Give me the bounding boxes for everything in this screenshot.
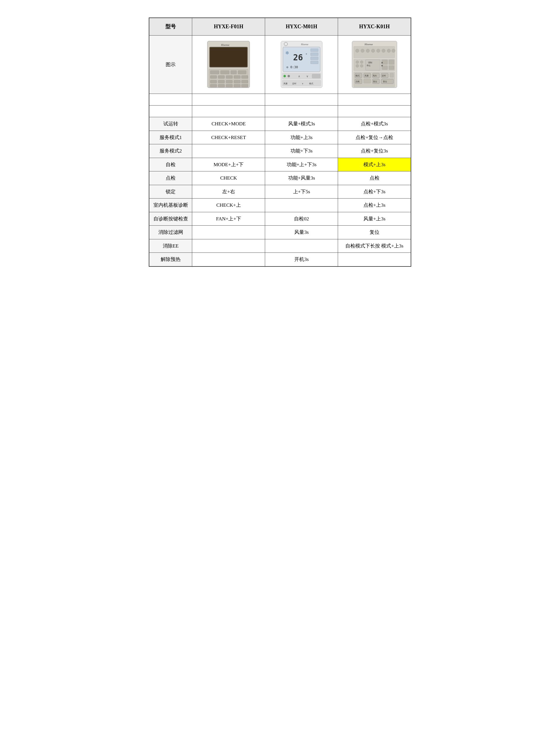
svg-point-62 <box>360 64 363 67</box>
svg-rect-86 <box>364 79 371 83</box>
cell-m01h: 上+下5s <box>265 185 338 199</box>
svg-point-55 <box>382 49 385 53</box>
row-label: 室内机基板诊断 <box>149 199 192 212</box>
svg-point-37 <box>283 75 286 77</box>
svg-rect-11 <box>226 76 232 78</box>
svg-point-53 <box>371 49 375 53</box>
svg-rect-16 <box>226 80 232 83</box>
empty-cell-1 <box>192 106 265 117</box>
cell-f01h <box>192 226 265 239</box>
svg-point-57 <box>392 49 395 53</box>
cell-m01h <box>265 239 338 253</box>
svg-text:▼: ▼ <box>381 64 384 67</box>
table-row: 服务模式2功能+下3s点检+复位3s <box>149 144 411 158</box>
cell-f01h: CHECK <box>192 171 265 185</box>
svg-point-61 <box>356 64 359 67</box>
cell-m01h: 风量3s <box>265 226 338 239</box>
cell-f01h: CHECK+RESET <box>192 131 265 144</box>
row-label: 消除过滤网 <box>149 226 192 239</box>
empty-cell-0 <box>149 106 192 117</box>
svg-rect-6 <box>221 71 229 74</box>
svg-rect-33 <box>311 53 318 56</box>
cell-k01h <box>338 253 411 267</box>
svg-point-52 <box>366 49 370 53</box>
cell-m01h: 自检02 <box>265 212 338 226</box>
svg-rect-81 <box>390 73 393 77</box>
header-model: 型号 <box>149 18 192 36</box>
cell-m01h: 风量+模式3s <box>265 117 338 131</box>
row-label: 消除EE <box>149 239 192 253</box>
cell-k01h: 点检+模式3s <box>338 117 411 131</box>
svg-rect-32 <box>311 49 318 52</box>
svg-rect-34 <box>311 57 318 60</box>
table-row: 消除EE自检模式下长按 模式+上3s <box>149 239 411 253</box>
empty-cell-3 <box>338 106 411 117</box>
table-row: 锁定左+右上+下5s点检+下3s <box>149 185 411 199</box>
row-label: 点检 <box>149 171 192 185</box>
device-image-m01h: Hisense ❄ 26 ° ⊙ 0:30 <box>280 41 323 89</box>
header-row: 型号 HYXE-F01H HYXC-M01H HYXC-K01H <box>149 18 411 36</box>
sep-col1 <box>149 94 192 106</box>
cell-f01h: FAN+上+下 <box>192 212 265 226</box>
image-cell-m01h: Hisense ❄ 26 ° ⊙ 0:30 <box>265 36 338 94</box>
svg-rect-22 <box>234 84 240 87</box>
svg-point-50 <box>356 49 359 53</box>
svg-rect-10 <box>218 76 225 78</box>
svg-point-60 <box>360 61 363 64</box>
table-row <box>149 106 411 117</box>
svg-text:定时: 定时 <box>292 83 296 85</box>
svg-text:∨: ∨ <box>302 83 303 85</box>
cell-f01h: CHECK+上 <box>192 199 265 212</box>
image-cell-f01h: Hisense <box>192 36 265 94</box>
image-row-label: 图示 <box>149 36 192 94</box>
svg-text:Hisense: Hisense <box>301 43 309 46</box>
row-label: 解除预热 <box>149 253 192 267</box>
cell-k01h: 自检模式下长按 模式+上3s <box>338 239 411 253</box>
svg-rect-35 <box>311 61 318 64</box>
comparison-table: 型号 HYXE-F01H HYXC-M01H HYXC-K01H 图示 <box>149 17 411 267</box>
header-k01h: HYXC-K01H <box>338 18 411 36</box>
svg-text:风量: 风量 <box>283 83 288 85</box>
svg-rect-21 <box>226 84 232 87</box>
svg-rect-42 <box>282 80 321 86</box>
empty-cell-2 <box>265 106 338 117</box>
cell-m01h: 功能+上3s <box>265 131 338 144</box>
svg-text:°: ° <box>306 53 307 57</box>
device-container-f01h: Hisense <box>195 40 262 90</box>
device-image-k01h: Hisense <box>351 41 398 89</box>
svg-text:❄: ❄ <box>285 50 289 55</box>
device-container-m01h: Hisense ❄ 26 ° ⊙ 0:30 <box>268 40 335 90</box>
svg-text:Hisense: Hisense <box>221 43 230 46</box>
svg-rect-23 <box>241 84 248 87</box>
svg-rect-13 <box>241 76 248 78</box>
svg-rect-41 <box>312 74 320 78</box>
table-row: 自诊断按键检查FAN+上+下自检02风量+上3s <box>149 212 411 226</box>
cell-k01h: 复位 <box>338 226 411 239</box>
svg-rect-20 <box>218 84 225 87</box>
svg-text:Hisense: Hisense <box>364 43 373 46</box>
image-cell-k01h: Hisense <box>338 36 411 94</box>
svg-text:强制: 强制 <box>368 62 372 64</box>
svg-rect-12 <box>234 76 240 78</box>
svg-rect-18 <box>241 80 248 83</box>
svg-text:停止: 停止 <box>367 64 371 67</box>
cell-m01h: 功能+上+下3s <box>265 158 338 171</box>
svg-rect-17 <box>234 80 240 83</box>
svg-rect-14 <box>210 80 217 83</box>
svg-point-59 <box>356 61 359 64</box>
svg-text:风向: 风向 <box>373 75 377 77</box>
cell-f01h <box>192 144 265 158</box>
svg-text:∧: ∧ <box>298 75 300 78</box>
table-row: 室内机基板诊断CHECK+上点检+上3s <box>149 199 411 212</box>
main-table-wrapper: 型号 HYXE-F01H HYXC-M01H HYXC-K01H 图示 <box>149 17 411 267</box>
svg-rect-8 <box>238 71 246 74</box>
row-label: 自检 <box>149 158 192 171</box>
svg-text:模式: 模式 <box>309 83 313 85</box>
row-label: 自诊断按键检查 <box>149 212 192 226</box>
cell-f01h: 左+右 <box>192 185 265 199</box>
cell-k01h: 点检+上3s <box>338 199 411 212</box>
sep-col3 <box>265 94 338 106</box>
svg-rect-69 <box>389 66 394 70</box>
svg-text:复位: 复位 <box>373 81 377 83</box>
header-m01h: HYXC-M01H <box>265 18 338 36</box>
